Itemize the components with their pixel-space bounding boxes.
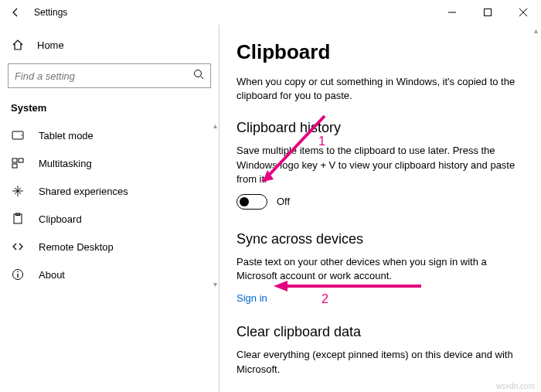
back-button[interactable] [9,6,22,19]
close-button[interactable] [505,0,541,25]
sync-heading: Sync across devices [236,231,524,247]
minimize-button[interactable] [434,0,470,25]
clear-desc: Clear everything (except pinned items) o… [236,348,524,376]
nav-tablet-mode[interactable]: Tablet mode [0,121,219,149]
nav-label: Remote Desktop [39,241,114,253]
content-pane: ▴ Clipboard When you copy or cut somethi… [219,25,541,392]
maximize-button[interactable] [470,0,505,25]
remote-icon [11,240,25,253]
nav-list: ▴ Tablet mode Multitasking Shared experi… [0,121,219,288]
nav-label: About [39,269,65,281]
nav-label: Clipboard [39,213,82,225]
sidebar: Home System ▴ Tablet mode Multitasking S… [0,25,219,392]
svg-point-15 [17,271,19,273]
svg-line-5 [201,77,204,80]
page-title: Clipboard [236,40,524,64]
svg-rect-1 [485,9,492,16]
history-heading: Clipboard history [236,120,524,136]
page-intro: When you copy or cut something in Window… [236,75,524,103]
about-icon [11,268,25,281]
sign-in-link[interactable]: Sign in [236,292,267,304]
nav-label: Multitasking [39,158,92,169]
nav-remote-desktop[interactable]: Remote Desktop [0,233,219,261]
nav-label: Shared experiences [39,186,128,197]
watermark: wsxdn.com [496,382,535,390]
titlebar: Settings [0,0,541,25]
nav-multitasking[interactable]: Multitasking [0,149,219,177]
toggle-label: Off [277,196,290,207]
search-input[interactable] [8,63,211,88]
svg-rect-8 [12,159,17,162]
clipboard-icon [11,213,25,225]
history-desc: Save multiple items to the clipboard to … [236,144,524,186]
svg-point-7 [21,135,22,135]
toggle-knob [240,197,249,206]
svg-rect-10 [12,164,17,168]
history-toggle[interactable] [236,194,267,210]
home-nav[interactable]: Home [0,32,219,57]
nav-shared-experiences[interactable]: Shared experiences [0,177,219,205]
svg-point-4 [195,70,202,77]
scroll-down-icon[interactable]: ▾ [213,280,217,288]
search-icon [193,69,204,83]
svg-rect-9 [19,159,23,162]
window-title: Settings [34,7,67,18]
shared-icon [11,185,25,197]
window-controls [434,0,541,25]
scroll-up-content-icon[interactable]: ▴ [534,26,538,35]
multitasking-icon [11,157,25,169]
search-field[interactable] [15,70,193,82]
scroll-up-icon[interactable]: ▴ [213,121,217,130]
tablet-icon [11,129,25,141]
clear-heading: Clear clipboard data [236,324,524,340]
section-header: System [0,102,219,121]
nav-clipboard[interactable]: Clipboard [0,205,219,233]
nav-label: Tablet mode [39,130,94,141]
sync-desc: Paste text on your other devices when yo… [236,255,524,283]
home-icon [11,39,25,51]
nav-about[interactable]: About [0,261,219,288]
home-label: Home [37,39,64,51]
